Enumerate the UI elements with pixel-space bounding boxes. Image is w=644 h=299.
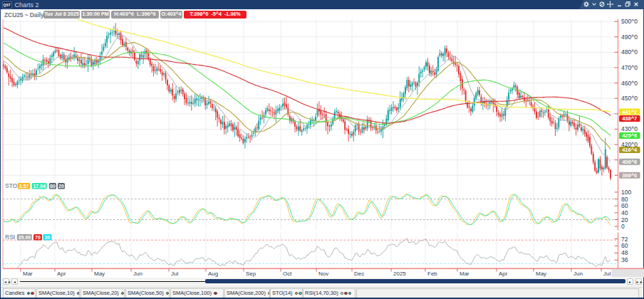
svg-text:STO: STO (5, 182, 18, 189)
svg-text:40: 40 (621, 209, 628, 216)
svg-text:100: 100 (621, 189, 631, 196)
svg-text:398^0: 398^0 (622, 172, 637, 179)
svg-text:Jun: Jun (573, 271, 583, 277)
svg-text:Dec: Dec (354, 271, 364, 277)
svg-text:35.99: 35.99 (19, 235, 31, 240)
svg-text:48: 48 (621, 249, 628, 256)
svg-text:Apr: Apr (57, 271, 66, 277)
svg-text:Jul: Jul (603, 271, 611, 277)
svg-text:May: May (94, 271, 105, 277)
svg-text:425^6: 425^6 (622, 132, 637, 139)
svg-text:480^0: 480^0 (621, 48, 638, 56)
svg-text:Sep: Sep (246, 271, 256, 277)
svg-text:20: 20 (621, 216, 628, 224)
svg-text:430^0: 430^0 (621, 125, 638, 132)
svg-text:438^7: 438^7 (622, 115, 637, 122)
svg-text:RSI: RSI (5, 234, 15, 241)
svg-text:Nov: Nov (318, 271, 328, 277)
svg-text:460^0: 460^0 (621, 80, 638, 87)
svg-text:May: May (536, 271, 546, 277)
svg-text:441^2: 441^2 (622, 109, 637, 115)
svg-text:Oct: Oct (283, 271, 292, 277)
svg-text:470^0: 470^0 (621, 64, 638, 71)
svg-text:Mar: Mar (23, 271, 33, 277)
svg-text:2025: 2025 (393, 271, 406, 277)
svg-text:Aug: Aug (208, 271, 218, 277)
svg-text:72: 72 (621, 236, 628, 243)
svg-text:Jul: Jul (171, 271, 178, 277)
svg-text:80: 80 (50, 184, 56, 189)
svg-text:450^0: 450^0 (621, 95, 638, 102)
svg-text:30: 30 (45, 235, 51, 240)
svg-text:60: 60 (621, 242, 628, 249)
svg-text:3.57: 3.57 (19, 184, 29, 189)
svg-text:80: 80 (621, 196, 628, 203)
svg-text:70: 70 (35, 235, 41, 240)
svg-text:490^0: 490^0 (621, 33, 638, 41)
svg-text:20: 20 (58, 184, 64, 189)
svg-text:0: 0 (621, 223, 625, 230)
svg-text:416^4: 416^4 (622, 147, 638, 153)
svg-text:Jun: Jun (133, 271, 142, 277)
svg-text:17.04: 17.04 (33, 184, 46, 189)
svg-text:36: 36 (621, 256, 628, 263)
svg-text:Mar: Mar (459, 271, 469, 277)
svg-text:500^0: 500^0 (621, 19, 638, 25)
svg-text:408^6: 408^6 (622, 159, 637, 165)
svg-text:60: 60 (621, 202, 628, 209)
svg-text:Feb: Feb (427, 271, 437, 277)
svg-text:Apr: Apr (499, 271, 508, 277)
